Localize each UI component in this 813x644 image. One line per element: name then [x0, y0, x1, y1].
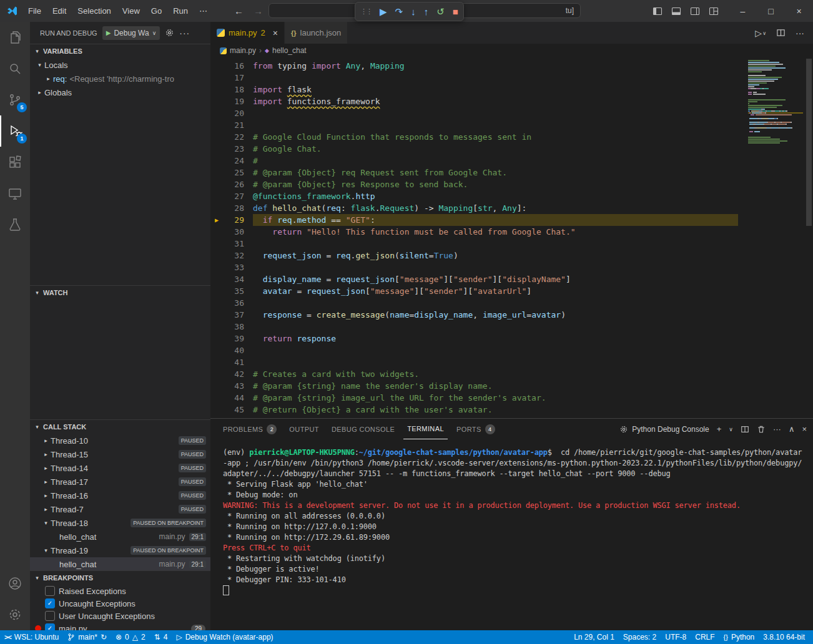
panel-tab-terminal[interactable]: TERMINAL — [403, 419, 448, 439]
code-line-25[interactable]: 25# @param {Object} req Request sent fro… — [210, 167, 738, 178]
code-line-42[interactable]: 42# Creates a card with two widgets. — [210, 368, 738, 380]
code-line-32[interactable]: 32 request_json = req.get_json(silent=Tr… — [210, 250, 738, 261]
breakpoint-item[interactable]: ✓main.py29 — [30, 622, 210, 630]
close-tab-icon[interactable]: × — [273, 28, 278, 38]
call-stack-frame[interactable]: hello_chatmain.py29:1 — [30, 557, 210, 570]
call-stack-thread[interactable]: ▸Thread-7PAUSED — [30, 502, 210, 516]
editor-scrollbar[interactable] — [806, 59, 812, 226]
debug-session-status[interactable]: ▷ Debug Watch (avatar-app) — [172, 630, 277, 644]
variable-req[interactable]: ▸ req: <Request 'http://charming-tro — [30, 72, 210, 85]
breakpoint-checkbox[interactable]: ✓ — [45, 623, 55, 630]
call-stack-header[interactable]: ▾ CALL STACK — [30, 420, 210, 434]
forwarded-ports-status[interactable]: ⇅ 4 — [150, 630, 172, 644]
step-into-icon[interactable]: ↓ — [411, 7, 416, 16]
tab-launch-json[interactable]: {} launch.json — [285, 22, 348, 44]
code-line-43[interactable]: 43# @param {string} name the sender's di… — [210, 380, 738, 392]
call-stack-thread[interactable]: ▸Thread-16PAUSED — [30, 489, 210, 502]
code-line-23[interactable]: 23# Google Chat. — [210, 143, 738, 155]
code-editor[interactable]: 16from typing import Any, Mapping1718imp… — [210, 57, 813, 418]
menu-edit[interactable]: Edit — [47, 0, 72, 22]
activity-testing[interactable] — [0, 209, 30, 240]
remote-indicator[interactable]: >< WSL: Ubuntu — [0, 630, 63, 644]
window-close-icon[interactable]: × — [785, 0, 813, 22]
split-editor-icon[interactable] — [776, 28, 786, 37]
status-3-8-10-64-bit[interactable]: 3.8.10 64-bit — [759, 630, 809, 644]
call-stack-thread[interactable]: ▾Thread-19PAUSED ON BREAKPOINT — [30, 544, 210, 557]
call-stack-frame[interactable]: hello_chatmain.py29:1 — [30, 530, 210, 544]
activity-extensions[interactable] — [0, 147, 30, 178]
panel-tab-ports[interactable]: PORTS4 — [453, 419, 499, 439]
close-panel-icon[interactable]: × — [802, 424, 807, 434]
maximize-panel-icon[interactable]: ∧ — [789, 424, 795, 434]
status-utf-8[interactable]: UTF-8 — [661, 630, 691, 644]
code-line-35[interactable]: 35 avatar = request_json["message"]["sen… — [210, 285, 738, 297]
launch-config-select[interactable]: ▶ Debug Wa ∨ — [102, 26, 160, 40]
code-line-37[interactable]: 37 response = create_message(name=displa… — [210, 309, 738, 321]
code-line-20[interactable]: 20 — [210, 107, 738, 119]
code-line-40[interactable]: 40 — [210, 344, 738, 356]
code-line-27[interactable]: 27@functions_framework.http — [210, 190, 738, 202]
step-over-icon[interactable]: ↷ — [395, 7, 403, 16]
customize-layout-icon[interactable] — [709, 6, 719, 16]
activity-accounts[interactable] — [0, 568, 30, 599]
code-line-41[interactable]: 41 — [210, 356, 738, 368]
code-line-31[interactable]: 31 — [210, 238, 738, 250]
status-python[interactable]: {}Python — [719, 630, 759, 644]
code-line-18[interactable]: 18import flask — [210, 84, 738, 95]
breakpoint-checkbox[interactable] — [45, 586, 55, 596]
activity-remote-explorer[interactable] — [0, 178, 30, 209]
minimap[interactable] — [748, 60, 803, 144]
call-stack-thread[interactable]: ▸Thread-15PAUSED — [30, 447, 210, 461]
stop-icon[interactable]: ■ — [453, 7, 458, 16]
code-line-45[interactable]: 45# @return {Object} a card with the use… — [210, 404, 738, 416]
code-line-22[interactable]: 22# Google Cloud Function that responds … — [210, 131, 738, 143]
panel-tab-debug-console[interactable]: DEBUG CONSOLE — [328, 419, 398, 439]
code-line-29[interactable]: ▶29 if req.method == "GET": — [210, 214, 738, 226]
breadcrumb-symbol[interactable]: hello_chat — [272, 46, 307, 55]
status-crlf[interactable]: CRLF — [691, 630, 719, 644]
watch-header[interactable]: ▾ WATCH — [30, 286, 210, 300]
code-line-34[interactable]: 34 display_name = request_json["message"… — [210, 273, 738, 285]
panel-tab-problems[interactable]: PROBLEMS2 — [219, 419, 280, 439]
code-line-33[interactable]: 33 — [210, 261, 738, 273]
code-line-30[interactable]: 30 return "Hello! This function must be … — [210, 226, 738, 238]
new-terminal-icon[interactable]: + — [717, 424, 722, 434]
call-stack-thread[interactable]: ▸Thread-14PAUSED — [30, 461, 210, 475]
status-spaces-2[interactable]: Spaces: 2 — [619, 630, 661, 644]
breakpoint-item[interactable]: Raised Exceptions — [30, 585, 210, 597]
run-python-file-icon[interactable]: ▷∨ — [755, 28, 766, 38]
views-more-icon[interactable]: ··· — [179, 28, 190, 38]
code-line-44[interactable]: 44# @param {string} image_url the URL fo… — [210, 392, 738, 404]
call-stack-thread[interactable]: ▸Thread-17PAUSED — [30, 475, 210, 489]
window-minimize-icon[interactable]: – — [729, 0, 757, 22]
toggle-panel-icon[interactable] — [671, 6, 681, 16]
git-branch-status[interactable]: main* ↻ — [63, 630, 111, 644]
editor-more-icon[interactable]: ··· — [796, 28, 804, 38]
continue-icon[interactable]: ▶ — [380, 7, 387, 16]
toggle-secondary-sidebar-icon[interactable] — [690, 6, 700, 16]
menu-file[interactable]: File — [22, 0, 47, 22]
code-line-38[interactable]: 38 — [210, 321, 738, 333]
menu-view[interactable]: View — [117, 0, 145, 22]
menu-go[interactable]: Go — [145, 0, 167, 22]
panel-tab-output[interactable]: OUTPUT — [285, 419, 323, 439]
restart-icon[interactable]: ↺ — [436, 7, 445, 16]
nav-back-icon[interactable]: ← — [234, 6, 244, 16]
breakpoint-checkbox[interactable]: ✓ — [45, 598, 55, 608]
code-line-39[interactable]: 39 return response — [210, 333, 738, 344]
code-line-21[interactable]: 21 — [210, 119, 738, 131]
code-line-28[interactable]: 28def hello_chat(req: flask.Request) -> … — [210, 202, 738, 214]
menu-selection[interactable]: Selection — [72, 0, 116, 22]
split-terminal-icon[interactable] — [741, 425, 749, 434]
menu-run[interactable]: Run — [167, 0, 194, 22]
activity-source-control[interactable]: 5 — [0, 84, 30, 115]
start-debugging-icon[interactable]: ▶ — [106, 29, 111, 36]
problems-status[interactable]: ⊗ 0 △ 2 — [111, 630, 150, 644]
variables-scope-locals[interactable]: ▾ Locals — [30, 58, 210, 72]
menu-more-icon[interactable]: ⋯ — [194, 0, 213, 22]
breakpoint-item[interactable]: ✓Uncaught Exceptions — [30, 597, 210, 610]
call-stack-thread[interactable]: ▾Thread-18PAUSED ON BREAKPOINT — [30, 516, 210, 530]
window-maximize-icon[interactable]: □ — [757, 0, 785, 22]
code-line-24[interactable]: 24# — [210, 155, 738, 167]
code-line-17[interactable]: 17 — [210, 72, 738, 84]
